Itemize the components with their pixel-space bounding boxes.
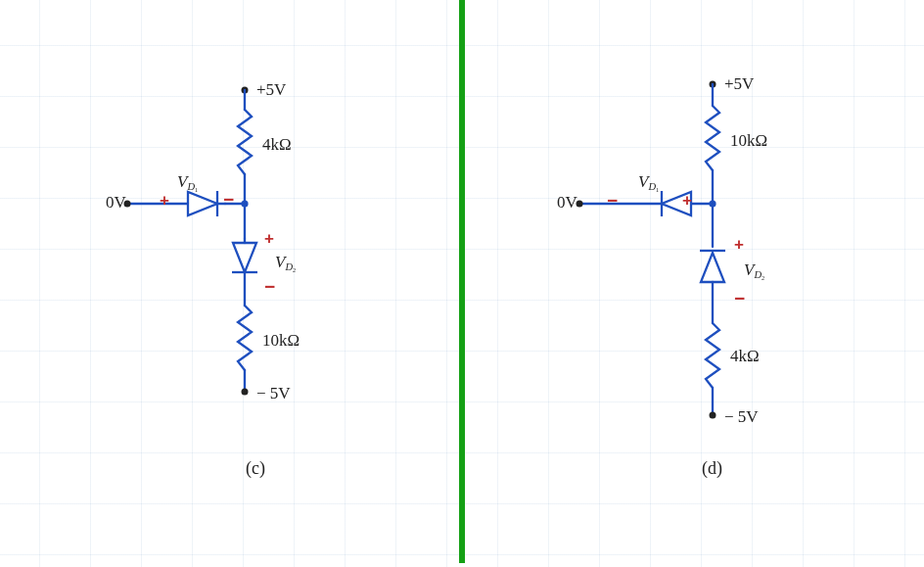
c-bottom-supply: − 5V — [256, 384, 291, 403]
d-d1-right-sign: + — [682, 191, 692, 211]
c-d2-bottom-sign: − — [264, 276, 275, 298]
svg-marker-14 — [701, 253, 724, 282]
d-top-supply: +5V — [724, 74, 754, 94]
d-fig-label: (d) — [702, 458, 722, 479]
c-r-bottom: 10kΩ — [262, 331, 300, 351]
circuit-c-svg — [0, 0, 460, 548]
c-top-supply: +5V — [256, 80, 286, 100]
c-d2-name: VD2 — [275, 253, 296, 272]
c-left-terminal: 0V — [106, 193, 126, 213]
svg-point-15 — [710, 412, 716, 419]
c-d1-right-sign: − — [223, 189, 234, 211]
d-d2-top-sign: + — [734, 235, 744, 255]
c-d2-top-sign: + — [264, 229, 274, 249]
d-d2-bottom-sign: − — [734, 288, 745, 309]
d-d2-name: VD2 — [744, 260, 764, 280]
svg-marker-2 — [188, 192, 217, 215]
d-r-top: 10kΩ — [730, 131, 767, 151]
c-d1-left-sign: + — [160, 191, 169, 211]
d-d1-name: VD1 — [638, 172, 659, 192]
c-r-top: 4kΩ — [262, 135, 292, 155]
d-bottom-supply: − 5V — [724, 407, 759, 427]
circuit-d-svg — [464, 0, 924, 548]
c-d1-name: VD1 — [177, 172, 198, 192]
d-left-terminal: 0V — [557, 193, 578, 213]
c-fig-label: (c) — [246, 458, 265, 479]
svg-point-7 — [242, 389, 249, 396]
svg-marker-5 — [233, 243, 256, 272]
d-r-bottom: 4kΩ — [730, 347, 760, 366]
d-d1-left-sign: − — [607, 190, 618, 212]
